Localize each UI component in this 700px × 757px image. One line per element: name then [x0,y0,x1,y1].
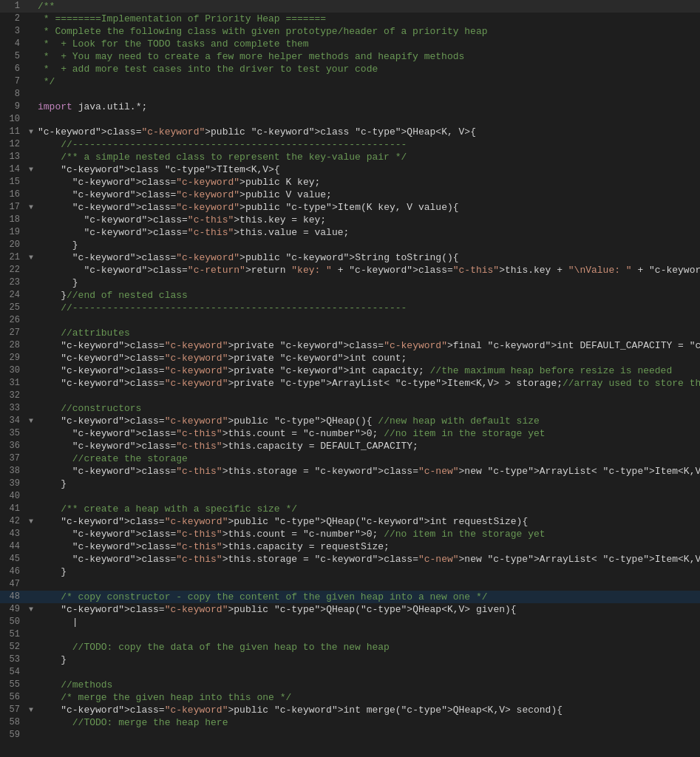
code-content: /** create a heap with a specific size *… [36,503,700,515]
code-line: 53 } [0,654,700,666]
code-line: 32 [0,390,700,402]
code-content: * Complete the following class with give… [36,25,700,38]
line-number: 11 [0,126,26,138]
code-content: "c-keyword">class="c-keyword">private "c… [36,377,700,390]
fold-indicator[interactable]: ▼ [26,415,36,427]
code-line: 9import java.util.*; [0,101,700,113]
line-number: 58 [0,716,26,729]
code-content: "c-keyword">class="c-return">return "key… [36,264,700,276]
code-content: */ [36,75,700,88]
code-content: "c-keyword">class="c-keyword">private "c… [36,352,700,364]
fold-indicator[interactable]: ▼ [26,603,36,616]
code-line: 6 * + add more test cases into the drive… [0,63,700,75]
code-line: 48 /* copy constructor - copy the conten… [0,591,700,603]
code-content: } [36,478,700,490]
line-number: 23 [0,276,26,289]
code-line: 56 /* merge the given heap into this one… [0,691,700,704]
code-content: "c-keyword">class="c-keyword">public "c-… [36,415,700,427]
code-line: 59 [0,729,700,741]
code-line: 12 //-----------------------------------… [0,138,700,151]
code-line: 5 * + You may need to create a few more … [0,50,700,63]
line-number: 16 [0,189,26,201]
line-number: 1 [0,0,26,13]
line-number: 28 [0,339,26,352]
line-number: 46 [0,566,26,578]
fold-indicator[interactable]: ▼ [26,704,36,716]
code-line: 51 [0,628,700,641]
code-content: //--------------------------------------… [36,138,700,151]
line-number: 8 [0,88,26,101]
code-content: * ========Implementation of Priority Hea… [36,13,700,25]
code-line: 38 "c-keyword">class="c-this">this.stora… [0,465,700,478]
line-number: 17 [0,201,26,214]
line-number: 39 [0,478,26,490]
code-line: 22 "c-keyword">class="c-return">return "… [0,264,700,276]
line-number: 7 [0,75,26,88]
line-number: 51 [0,628,26,641]
code-content: "c-keyword">class="c-this">this.key = ke… [36,214,700,226]
code-content: "c-keyword">class="c-this">this.value = … [36,226,700,239]
code-line: 25 //-----------------------------------… [0,302,700,314]
line-number: 21 [0,251,26,264]
code-content: "c-keyword">class="c-keyword">public V v… [36,189,700,201]
fold-indicator[interactable]: ▼ [26,163,36,176]
code-line: 31 "c-keyword">class="c-keyword">private… [0,377,700,390]
line-number: 15 [0,176,26,189]
code-line: 35 "c-keyword">class="c-this">this.count… [0,427,700,440]
line-number: 12 [0,138,26,151]
line-number: 34 [0,415,26,427]
code-content: "c-keyword">class="c-keyword">public "c-… [36,251,700,264]
code-content: "c-keyword">class "c-type">TItem<K,V>{ [36,163,700,176]
line-number: 2 [0,13,26,25]
line-number: 54 [0,666,26,679]
code-line: 26 [0,314,700,327]
code-content: /** a simple nested class to represent t… [36,151,700,163]
code-content: } [36,654,700,666]
code-line: 37 //create the storage [0,452,700,465]
code-content: }//end of nested class [36,289,700,302]
line-number: 33 [0,402,26,415]
line-number: 59 [0,729,26,741]
line-number: 40 [0,490,26,503]
line-number: 13 [0,151,26,163]
line-number: 10 [0,113,26,126]
code-line: 24 }//end of nested class [0,289,700,302]
line-number: 14 [0,163,26,176]
line-number: 9 [0,101,26,113]
code-content: * + Look for the TODO tasks and complete… [36,38,700,50]
line-number: 49 [0,603,26,616]
line-number: 20 [0,239,26,251]
code-content: /* copy constructor - copy the content o… [36,591,700,603]
code-line: 21▼ "c-keyword">class="c-keyword">public… [0,251,700,264]
line-number: 37 [0,452,26,465]
fold-indicator[interactable]: ▼ [26,515,36,528]
code-line: 8 [0,88,700,101]
line-number: 47 [0,578,26,591]
code-content: "c-keyword">class="c-this">this.storage … [36,465,700,478]
line-number: 24 [0,289,26,302]
code-line: 27 //attributes [0,327,700,339]
fold-indicator[interactable]: ▼ [26,201,36,214]
line-number: 18 [0,214,26,226]
code-line: 58 //TODO: merge the heap here [0,716,700,729]
code-content: } [36,566,700,578]
code-line: 28 "c-keyword">class="c-keyword">private… [0,339,700,352]
code-line: 4 * + Look for the TODO tasks and comple… [0,38,700,50]
line-number: 57 [0,704,26,716]
line-number: 42 [0,515,26,528]
code-content: //TODO: merge the heap here [36,716,700,729]
code-line: 36 "c-keyword">class="c-this">this.capac… [0,440,700,452]
code-editor: 1/**2 * ========Implementation of Priori… [0,0,700,757]
line-number: 41 [0,503,26,515]
code-content: "c-keyword">class="c-keyword">public "c-… [36,201,700,214]
code-content: //constructors [36,402,700,415]
fold-indicator[interactable]: ▼ [26,251,36,264]
line-number: 25 [0,302,26,314]
fold-indicator[interactable]: ▼ [26,126,36,138]
code-line: 16 "c-keyword">class="c-keyword">public … [0,189,700,201]
line-number: 44 [0,540,26,553]
line-number: 31 [0,377,26,390]
code-line: 10 [0,113,700,126]
code-content: "c-keyword">class="c-this">this.storage … [36,553,700,566]
code-line: 15 "c-keyword">class="c-keyword">public … [0,176,700,189]
